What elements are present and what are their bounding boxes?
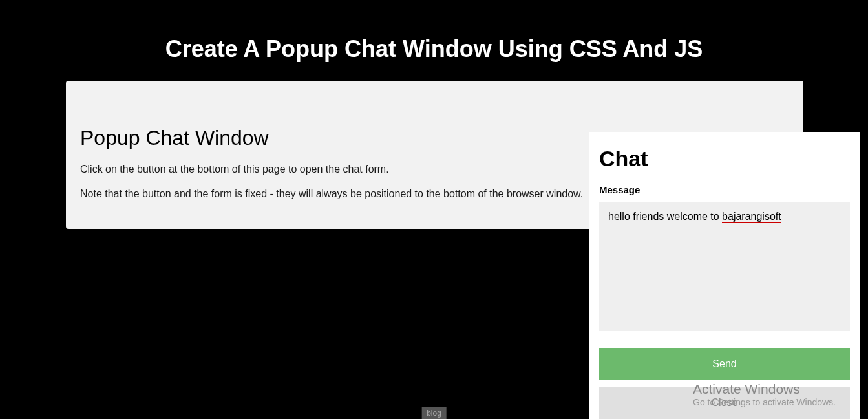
chat-popup: Chat Message hello friends welcome to ba…: [589, 132, 860, 419]
send-button[interactable]: Send: [599, 348, 850, 380]
close-button[interactable]: Close: [599, 387, 850, 419]
message-textarea[interactable]: hello friends welcome to bajarangisoft: [599, 202, 850, 331]
blog-badge: blog: [421, 407, 447, 419]
message-text-underlined: bajarangisoft: [722, 211, 781, 223]
message-label: Message: [599, 184, 850, 195]
chat-heading: Chat: [599, 146, 850, 171]
message-text-prefix: hello friends welcome to: [608, 211, 722, 222]
page-title: Create A Popup Chat Window Using CSS And…: [0, 0, 868, 81]
